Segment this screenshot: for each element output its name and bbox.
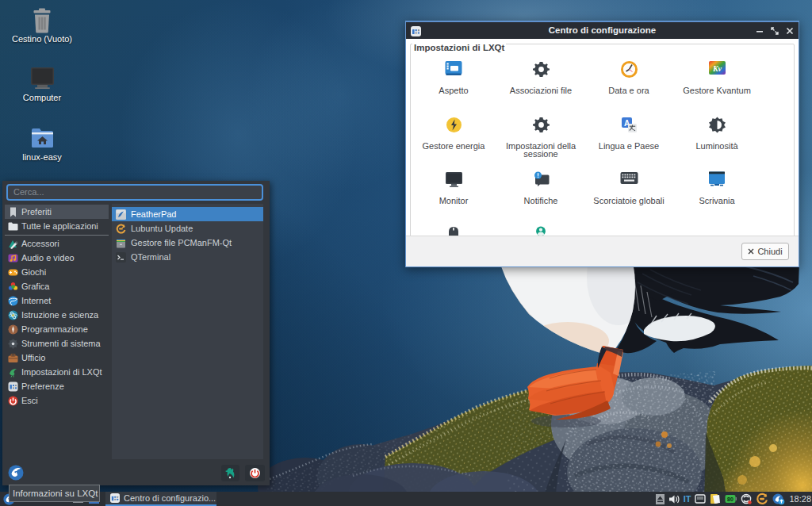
svg-text:80: 80 [728,496,734,502]
svg-text:Kv: Kv [711,64,722,73]
